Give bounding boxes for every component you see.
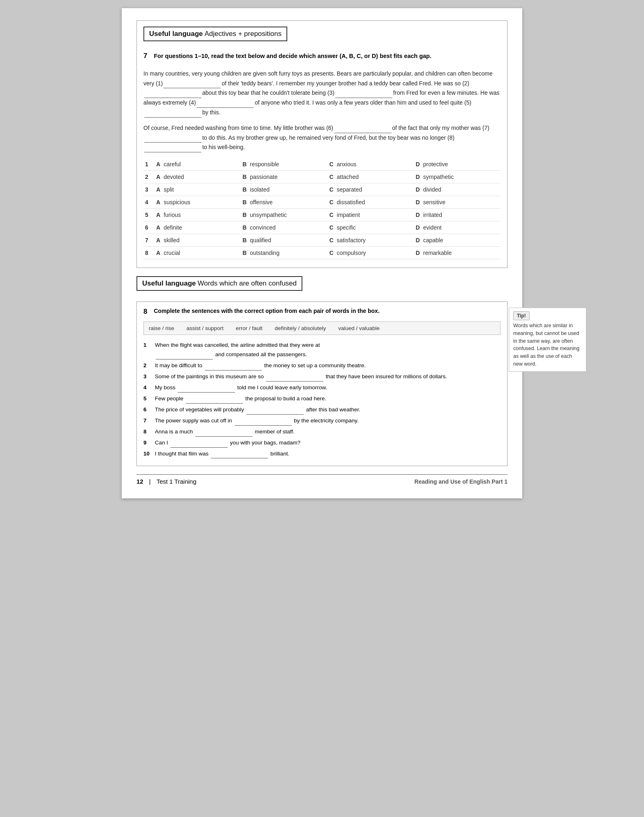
sent-blank xyxy=(266,376,323,382)
sent-blank xyxy=(178,387,235,393)
q7-intro-row: 7 For questions 1–10, read the text belo… xyxy=(143,52,501,65)
sent-blank xyxy=(170,442,228,448)
mcq-option-a: split xyxy=(162,183,241,196)
mcq-letter-b: B xyxy=(241,209,248,221)
mcq-num: 1 xyxy=(143,158,154,171)
mcq-letter-a: A xyxy=(154,234,162,247)
mcq-option-b: unsympathetic xyxy=(248,209,328,221)
page: Useful language Adjectives + preposition… xyxy=(122,8,522,498)
mcq-letter-c: C xyxy=(328,221,335,234)
mcq-row-6: 6 A definite B convinced C specific D ev… xyxy=(143,221,501,234)
mcq-letter-c: C xyxy=(328,234,335,247)
mcq-option-a: furious xyxy=(162,209,241,221)
mcq-option-a: devoted xyxy=(162,171,241,183)
mcq-row-4: 4 A suspicious B offensive C dissatisfie… xyxy=(143,196,501,209)
sent-num: 5 xyxy=(143,394,152,404)
mcq-letter-b: B xyxy=(241,196,248,209)
passage1: In many countries, very young children a… xyxy=(143,69,501,118)
mcq-letter-c: C xyxy=(328,196,335,209)
mcq-num: 5 xyxy=(143,209,154,221)
mcq-option-c: specific xyxy=(335,221,414,234)
mcq-option-a: skilled xyxy=(162,234,241,247)
blank6 xyxy=(334,127,391,133)
sentence-item-7: 7The power supply was cut off in by the … xyxy=(143,416,501,426)
sent-text: It may be difficult to the money to set … xyxy=(155,361,501,371)
mcq-letter-d: D xyxy=(414,171,421,183)
mcq-option-a: suspicious xyxy=(162,196,241,209)
mcq-letter-a: A xyxy=(154,247,162,259)
blank3 xyxy=(335,92,392,98)
mcq-option-c: anxious xyxy=(335,158,414,171)
mcq-option-d: sympathetic xyxy=(421,171,501,183)
sent-num: 8 xyxy=(143,427,152,437)
sent-text: Some of the paintings in this museum are… xyxy=(155,372,501,382)
mcq-num: 3 xyxy=(143,183,154,196)
mcq-option-b: outstanding xyxy=(248,247,328,259)
mcq-option-b: passionate xyxy=(248,171,328,183)
tip-text: Words which are similar in meaning, but … xyxy=(513,322,582,368)
footer-right-text: Reading and Use of English Part 1 xyxy=(414,478,508,485)
mcq-option-d: evident xyxy=(421,221,501,234)
mcq-num: 2 xyxy=(143,171,154,183)
mcq-letter-a: A xyxy=(154,221,162,234)
sent-num: 9 xyxy=(143,438,152,448)
mcq-num: 8 xyxy=(143,247,154,259)
sent-text: Can I you with your bags, madam? xyxy=(155,438,501,448)
mcq-option-d: sensitive xyxy=(421,196,501,209)
sent-text: The power supply was cut off in by the e… xyxy=(155,416,501,426)
sent-text: My boss told me I could leave early tomo… xyxy=(155,383,501,393)
sentence-item-1: 1When the flight was cancelled, the airl… xyxy=(143,341,501,359)
sent-num: 10 xyxy=(143,449,152,459)
word-pair: definitely / absolutely xyxy=(275,325,326,331)
sentence-item-6: 6The price of vegetables will probably a… xyxy=(143,405,501,415)
mcq-letter-a: A xyxy=(154,183,162,196)
footer-left-text: Test 1 Training xyxy=(157,478,197,485)
mcq-option-c: attached xyxy=(335,171,414,183)
mcq-option-d: remarkable xyxy=(421,247,501,259)
mcq-letter-b: B xyxy=(241,171,248,183)
section2-header-bold: Useful language xyxy=(142,279,196,287)
section1-header-bold: Useful language xyxy=(149,30,203,38)
words-box: raise / riseassist / supporterror / faul… xyxy=(143,321,501,335)
sentence-list: 1When the flight was cancelled, the airl… xyxy=(143,341,501,458)
sent-num: 6 xyxy=(143,405,152,415)
sent-text: When the flight was cancelled, the airli… xyxy=(155,341,501,359)
sent-blank xyxy=(186,398,243,404)
sentence-item-10: 10I thought that film was brilliant. xyxy=(143,449,501,459)
mcq-row-8: 8 A crucial B outstanding C compulsory D… xyxy=(143,247,501,259)
sent-num: 7 xyxy=(143,416,152,426)
section2-header-box: Useful language Words which are often co… xyxy=(136,276,302,291)
sent-num: 3 xyxy=(143,372,152,382)
blank8 xyxy=(144,147,201,152)
mcq-letter-d: D xyxy=(414,221,421,234)
sentence-item-8: 8Anna is a much member of staff. xyxy=(143,427,501,437)
mcq-row-3: 3 A split B isolated C separated D divid… xyxy=(143,183,501,196)
section2-inner: Tip! Words which are similar in meaning,… xyxy=(143,308,501,458)
mcq-letter-a: A xyxy=(154,158,162,171)
section2-box: Tip! Words which are similar in meaning,… xyxy=(136,301,508,466)
word-pair: raise / rise xyxy=(149,325,174,331)
mcq-option-c: dissatisfied xyxy=(335,196,414,209)
sentence-item-9: 9Can I you with your bags, madam? xyxy=(143,438,501,448)
q8-number: 8 xyxy=(143,308,147,317)
mcq-letter-b: B xyxy=(241,158,248,171)
sent-blank xyxy=(156,354,213,359)
mcq-option-c: separated xyxy=(335,183,414,196)
sent-text: Anna is a much member of staff. xyxy=(155,427,501,437)
sent-blank xyxy=(195,431,253,437)
mcq-option-b: qualified xyxy=(248,234,328,247)
mcq-letter-a: A xyxy=(154,196,162,209)
blank4 xyxy=(197,102,254,108)
q7-intro: For questions 1–10, read the text below … xyxy=(154,52,431,61)
section1-header-normal: Adjectives + prepositions xyxy=(204,30,282,38)
section1-box: Useful language Adjectives + preposition… xyxy=(136,20,508,268)
mcq-letter-d: D xyxy=(414,247,421,259)
blank7 xyxy=(144,137,201,143)
mcq-option-d: protective xyxy=(421,158,501,171)
mcq-option-d: irritated xyxy=(421,209,501,221)
blank5 xyxy=(144,112,201,118)
mcq-option-a: careful xyxy=(162,158,241,171)
sent-text: Few people the proposal to build a road … xyxy=(155,394,501,404)
mcq-row-2: 2 A devoted B passionate C attached D sy… xyxy=(143,171,501,183)
mcq-num: 4 xyxy=(143,196,154,209)
